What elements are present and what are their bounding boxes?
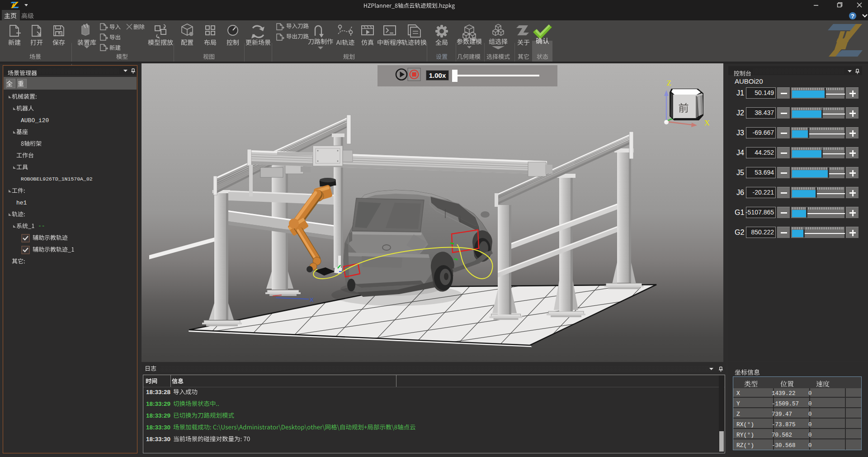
svg-text:X: X [310, 296, 314, 303]
svg-text:?: ? [851, 13, 854, 19]
